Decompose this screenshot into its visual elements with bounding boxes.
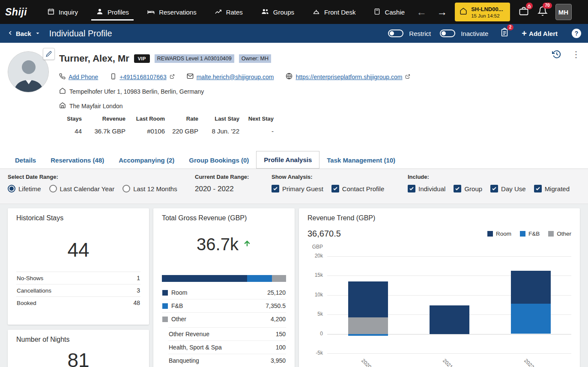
bar-segment-fb[interactable] [511, 304, 551, 334]
tab-profile-analysis[interactable]: Profile Analysis [256, 151, 319, 169]
bar-segment-fb[interactable] [348, 334, 388, 336]
radio-label: Last Calendar Year [60, 185, 115, 192]
row-value: 3,950 [271, 357, 286, 364]
back-arrow-icon[interactable]: ← [416, 7, 427, 17]
nav-item-inquiry[interactable]: Inquiry [38, 0, 87, 24]
analysis-filter-bar: Select Date Range: Lifetime Last Calenda… [0, 169, 588, 204]
historical-stays-card: Historical Stays 44 No-Shows1 Cancellati… [8, 208, 149, 325]
legend-room[interactable]: Room [487, 231, 511, 237]
back-button[interactable]: Back [7, 30, 31, 38]
checkbox-migrated[interactable]: Migrated [534, 185, 570, 192]
notifications-button[interactable]: 70 [537, 6, 548, 18]
current-range-label: Current Date Range: [195, 174, 272, 180]
nav-item-rates[interactable]: Rates [206, 0, 252, 24]
restrict-toggle[interactable] [388, 30, 403, 37]
row-label: Cancellations [17, 287, 51, 294]
current-range-section: Current Date Range: 2020 - 2022 [195, 174, 272, 204]
checkbox-primary-guest[interactable]: Primary Guest [272, 185, 323, 192]
back-menu-caret[interactable] [35, 30, 41, 36]
person-icon [96, 8, 104, 17]
history-icon[interactable] [552, 50, 561, 59]
help-icon[interactable]: ? [572, 29, 581, 38]
row-label: No-Shows [17, 275, 43, 281]
forward-arrow-icon[interactable]: → [437, 7, 447, 17]
stat-header: Revenue [89, 115, 125, 127]
bar-segment-room[interactable] [348, 281, 388, 318]
external-link-icon [170, 74, 175, 80]
row-value: 150 [276, 331, 286, 337]
inactivate-toggle[interactable] [440, 30, 455, 37]
include-label: Include: [408, 174, 570, 180]
gridline [327, 353, 571, 354]
shiji-logo[interactable]: Shiji [5, 6, 27, 18]
nav-item-profiles[interactable]: Profiles [87, 0, 138, 24]
checkbox-label: Individual [418, 185, 445, 192]
nav-item-front-desk[interactable]: Front Desk [303, 0, 364, 24]
property-code: SH-LND00... [471, 6, 503, 12]
toggle-knob [442, 31, 446, 36]
distribution-segment-other [272, 275, 286, 282]
x-tick-label: 2022 [523, 358, 535, 367]
checkbox-contact-profile[interactable]: Contact Profile [331, 185, 384, 192]
stat-row-cancellations: Cancellations3 [16, 284, 140, 296]
checkbox-individual[interactable]: Individual [408, 185, 445, 192]
nav-item-groups[interactable]: Groups [252, 0, 303, 24]
notes-button[interactable]: 2 [500, 28, 509, 39]
kebab-menu-icon[interactable]: ⋮ [572, 50, 580, 59]
radio-icon [8, 185, 15, 192]
checkbox-group[interactable]: Group [454, 185, 482, 192]
show-analysis-label: Show Analysis: [272, 174, 408, 180]
card-title: Total Gross Revenue (GBP) [162, 214, 286, 222]
trend-up-arrow-icon [243, 239, 251, 249]
bar-segment-room[interactable] [511, 271, 551, 304]
room-swatch-icon [162, 290, 168, 296]
service-bell-icon [312, 8, 320, 17]
cashier-drawer-button[interactable] [519, 6, 529, 18]
legend-other[interactable]: Other [548, 231, 571, 237]
edit-profile-button[interactable] [43, 48, 55, 60]
nav-item-cashier[interactable]: Cashie [364, 0, 414, 24]
stat-value-next-stay: - [246, 127, 274, 135]
tab-reservations[interactable]: Reservations (48) [43, 152, 111, 169]
checkbox-label: Contact Profile [342, 185, 384, 192]
radio-lifetime[interactable]: Lifetime [8, 185, 41, 192]
fnb-swatch-icon [520, 231, 525, 237]
mobile-link[interactable]: +4915168107663 [110, 73, 174, 81]
tab-group-bookings[interactable]: Group Bookings (0) [182, 152, 256, 169]
checkbox-day-use[interactable]: Day Use [490, 185, 526, 192]
row-label: Health, Sport & Spa [169, 344, 222, 351]
toggle-knob [390, 31, 394, 36]
bar-segment-other[interactable] [348, 317, 388, 334]
analysis-cards: Historical Stays 44 No-Shows1 Cancellati… [0, 204, 588, 367]
checkbox-icon [408, 185, 415, 192]
email-link[interactable]: malte.herich@shijigroup.com [187, 73, 274, 81]
current-range-value: 2020 - 2022 [195, 185, 272, 193]
add-alert-button[interactable]: + Add Alert [522, 29, 558, 38]
bar-segment-room[interactable] [430, 305, 469, 334]
show-analysis-section: Show Analysis: Primary Guest Contact Pro… [272, 174, 408, 204]
tab-task-management[interactable]: Task Management (10) [319, 152, 403, 169]
radio-last-calendar-year[interactable]: Last Calendar Year [49, 185, 115, 192]
nav-item-reservations[interactable]: Reservations [138, 0, 206, 24]
checkbox-icon [454, 185, 461, 192]
date-range-label: Select Date Range: [8, 174, 195, 180]
user-avatar[interactable]: MH [555, 4, 572, 20]
revenue-row-room: Room25,120 [162, 286, 286, 299]
card-title: Historical Stays [16, 214, 140, 222]
tab-details[interactable]: Details [8, 152, 43, 169]
add-phone-link[interactable]: Add Phone [59, 73, 98, 81]
legend-fnb[interactable]: F&B [520, 231, 540, 237]
radio-icon [122, 185, 130, 192]
profile-tabs: Details Reservations (48) Accompanying (… [0, 151, 588, 169]
website-link[interactable]: https://enterpriseplatform.shijigroup.co… [286, 73, 410, 81]
trend-total-value: 36,670.5 [307, 229, 341, 239]
radio-last-12-months[interactable]: Last 12 Months [122, 185, 177, 192]
membership-badge: REWARDS Level 1 A03010409 [155, 54, 234, 63]
property-badge[interactable]: SH-LND00... 15 Jun 14:52 [455, 3, 510, 21]
row-value: 100 [276, 344, 286, 351]
row-value: 7,350.5 [266, 302, 286, 309]
vip-badge: VIP [134, 54, 150, 63]
tab-accompanying[interactable]: Accompanying (2) [111, 152, 182, 169]
fnb-swatch-icon [162, 303, 168, 309]
guest-address: Tempelhofer Ufer 1, 10983 Berlin, Berlin… [69, 88, 204, 95]
